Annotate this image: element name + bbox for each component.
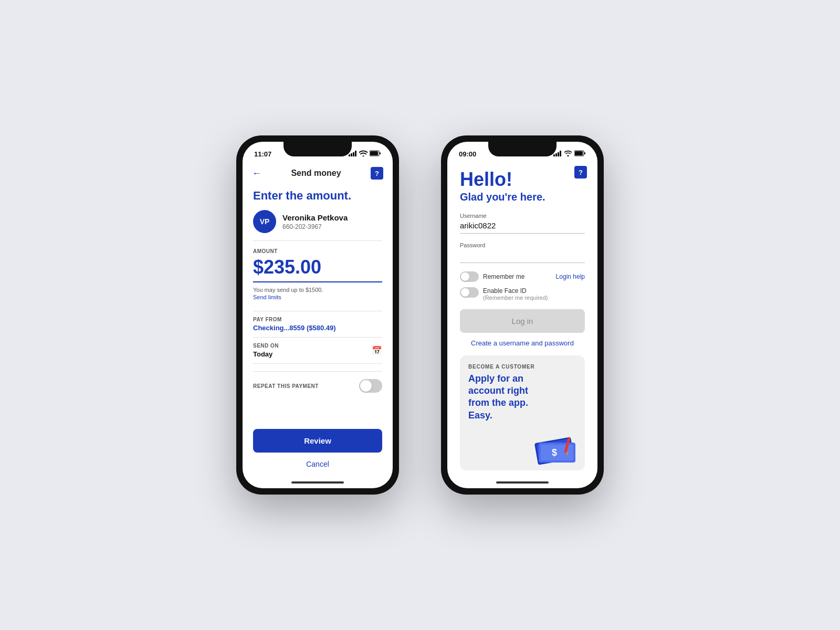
home-bar: [291, 481, 344, 484]
recipient-info: Veronika Petkova 660-202-3967: [282, 213, 348, 230]
remember-me-toggle[interactable]: [460, 271, 479, 282]
pay-from-value[interactable]: Checking...8559 ($580.49): [253, 324, 382, 332]
send-on-left: SEND ON Today: [253, 343, 279, 358]
nav-bar-send-money: ← Send money ?: [243, 163, 393, 184]
remember-me-row: Remember me Login help: [460, 271, 585, 282]
home-indicator: [243, 477, 393, 488]
money-illustration: $: [533, 429, 581, 466]
home-indicator-2: [447, 477, 597, 488]
face-id-text: Enable Face ID (Remember me required): [483, 287, 548, 301]
svg-rect-2: [353, 152, 354, 156]
become-customer-card: BECOME A CUSTOMER Apply for an account r…: [460, 355, 585, 470]
pay-from-field: PAY FROM Checking...8559 ($580.49): [253, 317, 382, 332]
amount-label: AMOUNT: [253, 248, 382, 254]
notch: [284, 142, 352, 156]
repeat-toggle[interactable]: [359, 379, 382, 393]
glad-subtitle: Glad you're here.: [460, 191, 585, 203]
wifi-icon-2: [564, 150, 572, 158]
divider-3: [253, 363, 382, 364]
back-button[interactable]: ←: [252, 168, 261, 179]
send-on-value: Today: [253, 350, 279, 358]
face-id-sublabel: (Remember me required): [483, 295, 548, 301]
repeat-payment-row: REPEAT THIS PAYMENT: [253, 371, 382, 400]
help-button-2[interactable]: ?: [574, 166, 587, 178]
login-help-link[interactable]: Login help: [556, 273, 585, 280]
password-label: Password: [460, 242, 585, 248]
remember-me-label: Remember me: [483, 273, 524, 280]
recipient-card: VP Veronika Petkova 660-202-3967: [253, 210, 382, 241]
svg-text:$: $: [552, 447, 557, 458]
send-limits-link[interactable]: Send limits: [253, 294, 382, 300]
small-toggle-knob-1: [461, 272, 469, 281]
svg-rect-13: [584, 152, 585, 154]
create-account-link[interactable]: Create a username and password: [460, 339, 585, 347]
become-customer-title: Apply for an account right from the app.…: [468, 373, 533, 422]
calendar-icon[interactable]: 📅: [372, 345, 382, 355]
avatar: VP: [253, 210, 276, 233]
divider-1: [253, 311, 382, 311]
status-time-phone2: 09:00: [459, 150, 476, 158]
svg-rect-8: [555, 153, 557, 156]
spacer: [253, 400, 382, 425]
phone-login: 09:00 ? Hello! Glad you're here. Usern: [441, 135, 604, 495]
svg-rect-1: [351, 153, 352, 156]
svg-rect-5: [370, 151, 378, 155]
username-field: Username: [460, 213, 585, 234]
divider-2: [253, 337, 382, 338]
svg-rect-6: [380, 152, 381, 154]
status-time-phone1: 11:07: [254, 150, 271, 158]
phone-send-money: 11:07 ← Send money ? Enter the amount.: [236, 135, 399, 495]
small-toggle-knob-2: [461, 288, 469, 297]
svg-rect-7: [553, 154, 555, 156]
password-field: Password: [460, 242, 585, 263]
hello-title: Hello!: [460, 169, 585, 190]
face-id-label: Enable Face ID: [483, 287, 548, 295]
remember-me-left: Remember me: [460, 271, 524, 282]
repeat-label: REPEAT THIS PAYMENT: [253, 383, 319, 389]
battery-icon-2: [574, 150, 586, 158]
page-title: Enter the amount.: [253, 189, 382, 203]
notch-2: [488, 142, 556, 156]
svg-rect-3: [355, 151, 356, 156]
nav-title: Send money: [291, 169, 341, 178]
login-button[interactable]: Log in: [460, 309, 585, 333]
send-on-field: SEND ON Today 📅: [253, 343, 382, 358]
username-label: Username: [460, 213, 585, 219]
toggle-knob: [360, 380, 372, 392]
svg-rect-10: [560, 151, 561, 156]
send-on-label: SEND ON: [253, 343, 279, 349]
pay-from-label: PAY FROM: [253, 317, 382, 322]
svg-rect-12: [575, 151, 583, 155]
amount-hint: You may send up to $1500.: [253, 287, 382, 293]
login-body: Hello! Glad you're here. Username Passwo…: [447, 163, 597, 477]
review-button[interactable]: Review: [253, 429, 382, 453]
help-button[interactable]: ?: [371, 167, 383, 180]
face-id-toggle[interactable]: [460, 287, 479, 298]
svg-rect-0: [349, 154, 350, 156]
wifi-icon: [359, 150, 368, 158]
amount-value[interactable]: $235.00: [253, 256, 382, 282]
username-input[interactable]: [460, 221, 585, 234]
face-id-row: Enable Face ID (Remember me required): [460, 287, 585, 301]
status-icons-phone1: [349, 150, 381, 158]
home-bar-2: [496, 481, 549, 484]
status-icons-phone2: [553, 150, 586, 158]
password-input[interactable]: [460, 250, 585, 263]
recipient-name: Veronika Petkova: [282, 213, 348, 222]
become-customer-label: BECOME A CUSTOMER: [468, 364, 576, 370]
cancel-button[interactable]: Cancel: [253, 457, 382, 471]
battery-icon: [370, 150, 381, 158]
send-body: Enter the amount. VP Veronika Petkova 66…: [243, 184, 393, 477]
recipient-phone: 660-202-3967: [282, 223, 348, 230]
svg-rect-9: [558, 152, 559, 156]
amount-section: AMOUNT $235.00 You may send up to $1500.…: [253, 248, 382, 307]
